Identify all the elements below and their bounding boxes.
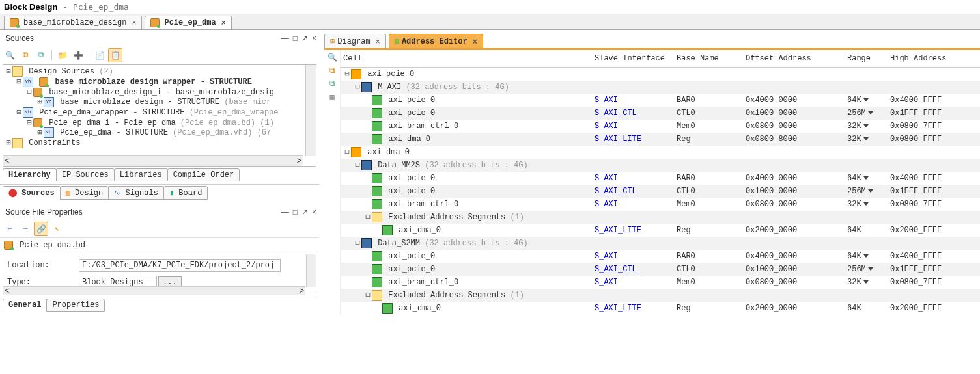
tab-properties[interactable]: Properties: [46, 299, 105, 312]
link-icon[interactable]: 🔗: [34, 222, 48, 236]
tab-address-editor[interactable]: ▦ Address Editor ×: [389, 34, 483, 48]
add-sources-icon[interactable]: 📁: [55, 48, 70, 62]
minimize-icon[interactable]: —: [281, 34, 289, 43]
address-row[interactable]: axi_pcie_0S_AXIBAR00x4000_000064K0x4000_…: [341, 94, 980, 107]
expand-all-icon[interactable]: ⧉: [329, 66, 335, 75]
offset-address[interactable]: 0x0800_8000: [746, 135, 843, 144]
search-icon[interactable]: 🔍: [3, 48, 17, 62]
offset-address[interactable]: 0x0800_0000: [746, 122, 843, 131]
v-scrollbar[interactable]: [306, 254, 316, 287]
address-row[interactable]: axi_pcie_0S_AXI_CTLCTL00x1000_0000256M0x…: [341, 263, 980, 276]
col-offset[interactable]: Offset Address: [746, 54, 843, 63]
dropdown-icon[interactable]: [863, 98, 869, 101]
collapse-all-icon[interactable]: ⧉: [18, 48, 33, 62]
address-row[interactable]: ⊟ axi_pcie_0: [341, 68, 980, 81]
range[interactable]: 64K: [847, 174, 886, 183]
collapse-icon[interactable]: ⊟: [364, 212, 372, 222]
collapse-icon[interactable]: ⊟: [343, 69, 351, 79]
dropdown-icon[interactable]: [868, 267, 873, 271]
dropdown-icon[interactable]: [868, 111, 873, 114]
offset-address[interactable]: 0x2000_0000: [746, 226, 843, 235]
address-row[interactable]: axi_pcie_0S_AXI_CTLCTL00x1000_0000256M0x…: [341, 185, 980, 198]
show-disabled-icon[interactable]: 📋: [108, 48, 122, 62]
address-row[interactable]: axi_dma_0S_AXI_LITEReg0x2000_000064K0x20…: [341, 224, 980, 237]
close-icon[interactable]: ×: [221, 18, 226, 27]
dropdown-icon[interactable]: [863, 254, 869, 258]
range[interactable]: 256M: [847, 265, 886, 274]
address-row[interactable]: axi_bram_ctrl_0S_AXIMem00x0800_000032K0x…: [341, 198, 980, 211]
col-high[interactable]: High Address: [890, 54, 980, 63]
tab-compile-order[interactable]: Compile Order: [167, 168, 240, 181]
collapse-icon[interactable]: ⊟: [15, 107, 23, 117]
collapse-icon[interactable]: ⊟: [25, 118, 33, 127]
close-icon[interactable]: ×: [132, 18, 136, 27]
offset-address[interactable]: 0x0800_0000: [746, 200, 843, 209]
offset-address[interactable]: 0x1000_0000: [746, 265, 843, 274]
tree-node-base-i[interactable]: ⊟ base_microblaze_design_i - base_microb…: [5, 87, 315, 97]
tree-node-pcie-i[interactable]: ⊟ Pcie_ep_dma_i - Pcie_ep_dma (Pcie_ep_d…: [5, 118, 315, 127]
address-row[interactable]: ⊟ Excluded Address Segments (1): [341, 211, 980, 224]
tree-node-constraints[interactable]: ⊞ Constraints: [5, 138, 315, 148]
show-missing-icon[interactable]: 📄: [92, 48, 107, 62]
range[interactable]: 256M: [847, 187, 886, 196]
address-row[interactable]: ⊟ Data_S2MM (32 address bits : 4G): [341, 237, 980, 250]
range[interactable]: 64K: [847, 252, 886, 261]
collapse-icon[interactable]: ⊟: [354, 160, 361, 170]
address-tree[interactable]: Cell Slave Interface Base Name Offset Ad…: [341, 50, 980, 315]
minimize-icon[interactable]: —: [281, 207, 289, 217]
offset-address[interactable]: 0x4000_0000: [746, 252, 843, 261]
tree-node-base-struct[interactable]: ⊞vh base_microblaze_design - STRUCTURE (…: [5, 97, 315, 107]
dropdown-icon[interactable]: [863, 124, 869, 127]
dropdown-icon[interactable]: [863, 137, 869, 140]
address-row[interactable]: axi_pcie_0S_AXI_CTLCTL00x1000_0000256M0x…: [341, 107, 980, 120]
address-row[interactable]: axi_bram_ctrl_0S_AXIMem00x0800_000032K0x…: [341, 276, 980, 289]
v-scrollbar[interactable]: [305, 65, 316, 156]
tab-ip-sources[interactable]: IP Sources: [56, 168, 115, 181]
address-row[interactable]: axi_dma_0S_AXI_LITEReg0x0800_800032K0x08…: [341, 133, 980, 146]
close-icon[interactable]: ×: [312, 207, 316, 217]
offset-address[interactable]: 0x4000_0000: [746, 174, 843, 183]
expand-all-icon[interactable]: ⧉: [34, 48, 48, 62]
add-create-icon[interactable]: ➕: [71, 48, 85, 62]
tab-diagram[interactable]: ⊞ Diagram ×: [324, 34, 386, 48]
collapse-icon[interactable]: ⊟: [15, 77, 23, 87]
auto-assign-icon[interactable]: ▦: [329, 92, 334, 102]
collapse-all-icon[interactable]: ⧉: [329, 79, 335, 88]
offset-address[interactable]: 0x4000_0000: [746, 96, 843, 105]
back-icon[interactable]: ←: [3, 222, 17, 236]
expand-icon[interactable]: ⊞: [5, 138, 12, 148]
collapse-icon[interactable]: ⊟: [354, 238, 361, 248]
tab-signals[interactable]: ∿ Signals: [108, 186, 164, 200]
maximize-icon[interactable]: □: [293, 34, 298, 43]
tab-sources[interactable]: ⬤ Sources: [3, 186, 61, 200]
dropdown-icon[interactable]: [863, 202, 869, 206]
address-row[interactable]: ⊟ Excluded Address Segments (1): [341, 289, 980, 302]
tab-base-microblaze[interactable]: base_microblaze_design ×: [4, 16, 142, 29]
range[interactable]: 32K: [847, 200, 886, 209]
address-row[interactable]: axi_bram_ctrl_0S_AXIMem00x0800_000032K0x…: [341, 120, 980, 133]
address-row[interactable]: axi_dma_0S_AXI_LITEReg0x2000_000064K0x20…: [341, 302, 980, 315]
close-icon[interactable]: ×: [376, 37, 380, 46]
col-range[interactable]: Range: [847, 54, 886, 63]
tab-general[interactable]: General: [3, 299, 47, 312]
range[interactable]: 64K: [847, 96, 886, 105]
search-icon[interactable]: 🔍: [328, 53, 337, 62]
location-value[interactable]: F:/03_PCIe_DMA/K7_PCIe_EDK/project_2/pro…: [79, 259, 281, 272]
tab-design[interactable]: ▦ Design: [60, 186, 109, 200]
collapse-icon[interactable]: ⊟: [25, 87, 33, 97]
expand-icon[interactable]: ⊞: [36, 97, 44, 107]
h-scrollbar[interactable]: <>: [3, 286, 305, 295]
tab-libraries[interactable]: Libraries: [114, 168, 168, 181]
address-row[interactable]: axi_pcie_0S_AXIBAR00x4000_000064K0x4000_…: [341, 250, 980, 263]
range[interactable]: 32K: [847, 278, 886, 287]
col-slave-iface[interactable]: Slave Interface: [595, 54, 673, 63]
offset-address[interactable]: 0x0800_0000: [746, 278, 843, 287]
h-scrollbar[interactable]: <>: [3, 155, 303, 166]
address-row[interactable]: ⊟ M_AXI (32 address bits : 4G): [341, 81, 980, 94]
tab-hierarchy[interactable]: Hierarchy: [3, 168, 57, 181]
sources-tree[interactable]: ⊟ Design Sources (2) ⊟vh base_microblaze…: [3, 64, 316, 167]
dropdown-icon[interactable]: [868, 189, 873, 193]
range[interactable]: 32K: [847, 135, 886, 144]
range[interactable]: 32K: [847, 122, 886, 131]
tree-node-pcie-struct[interactable]: ⊞vh Pcie_ep_dma - STRUCTURE (Pcie_ep_dma…: [5, 127, 315, 138]
